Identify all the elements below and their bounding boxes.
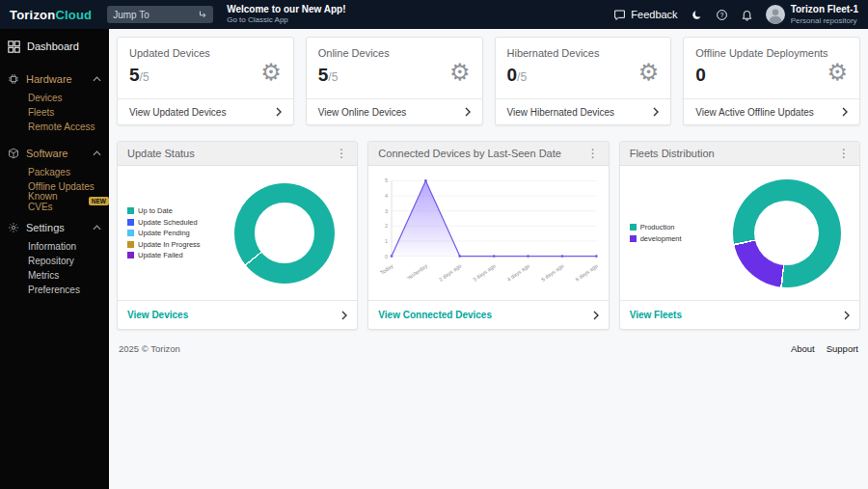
copyright-text: 2025 © Torizon: [119, 343, 180, 354]
feedback-button[interactable]: Feedback: [613, 9, 677, 21]
feedback-bubble-icon: [613, 9, 626, 21]
legend-swatch: [127, 241, 134, 248]
chevron-right-icon: [465, 107, 471, 117]
welcome-banner: Welcome to our New App! Go to Classic Ap…: [227, 4, 345, 25]
legend-swatch: [127, 207, 134, 214]
stat-card-offline-update-deployments: Offline Update Deployments 0 ⚙ View Acti…: [683, 37, 860, 125]
support-link[interactable]: Support: [827, 343, 858, 354]
stat-value-number: 0: [695, 65, 706, 85]
sidebar-item-devices[interactable]: Devices: [0, 91, 109, 105]
chevron-right-icon: [842, 107, 848, 117]
sidebar-item-label: Metrics: [28, 270, 59, 281]
chip-icon: [8, 73, 19, 85]
legend-swatch: [127, 219, 134, 226]
avatar: [766, 5, 785, 24]
sidebar-item-metrics[interactable]: Metrics: [0, 268, 109, 283]
view-connected-devices-link[interactable]: View Connected Devices: [368, 300, 608, 329]
jump-to-input[interactable]: [113, 10, 194, 20]
view-updated-devices-link[interactable]: View Updated Devices: [118, 98, 293, 124]
sidebar-item-label: Fleets: [28, 107, 54, 118]
svg-text:0: 0: [385, 254, 388, 259]
stat-card-top: Updated Devices 5/5 ⚙: [118, 38, 293, 98]
account-menu[interactable]: Torizon Fleet-1 Personal repository: [766, 4, 858, 25]
bell-icon: [741, 9, 753, 21]
donut-wrap: [212, 183, 357, 284]
legend-item: Production: [630, 223, 715, 231]
stat-cards-row: Updated Devices 5/5 ⚙ View Updated Devic…: [117, 37, 860, 125]
notifications-button[interactable]: [741, 9, 753, 21]
brand-logo[interactable]: TorizonCloud: [10, 8, 92, 22]
dark-mode-toggle[interactable]: [691, 9, 703, 21]
stat-card-top: Hibernated Devices 0/5 ⚙: [496, 38, 671, 98]
sidebar-section-label: Software: [26, 148, 68, 159]
account-info: Torizon Fleet-1 Personal repository: [791, 4, 858, 25]
sidebar-item-known-cves[interactable]: Known CVEs NEW: [0, 194, 109, 208]
new-badge: NEW: [89, 197, 109, 205]
gear-icon: ⚙: [260, 61, 282, 84]
sidebar-section-settings-header[interactable]: Settings: [0, 216, 109, 239]
brand-torizon: Torizon: [10, 8, 55, 22]
update-status-chart-body: Up to DateUpdate ScheduledUpdate Pending…: [118, 166, 357, 300]
legend-item: Up to Date: [127, 206, 212, 215]
svg-text:5 days ago: 5 days ago: [540, 262, 564, 282]
chart-link-label: View Connected Devices: [378, 310, 492, 320]
gear-icon: ⚙: [449, 61, 471, 84]
about-link[interactable]: About: [791, 343, 815, 354]
svg-text:4: 4: [385, 193, 388, 199]
view-devices-link[interactable]: View Devices: [118, 300, 357, 329]
sidebar: Dashboard Hardware Devices Fleets Remote…: [0, 29, 109, 489]
donut-hole: [255, 203, 314, 262]
sidebar-item-fleets[interactable]: Fleets: [0, 105, 109, 120]
jump-to-search[interactable]: [107, 6, 213, 23]
fleets-legend: Productiondevelopment: [630, 221, 715, 246]
card-menu-icon[interactable]: ⋮: [587, 147, 599, 160]
chevron-right-icon: [844, 311, 850, 320]
sidebar-item-label: Devices: [28, 93, 63, 103]
chevron-right-icon: [341, 311, 347, 320]
sidebar-item-information[interactable]: Information: [0, 239, 109, 254]
stat-link-label: View Active Offline Updates: [695, 107, 813, 118]
enter-arrow-icon: [198, 10, 207, 19]
sidebar-item-packages[interactable]: Packages: [0, 165, 109, 179]
view-fleets-link[interactable]: View Fleets: [620, 300, 859, 329]
sidebar-item-label: Remote Access: [28, 122, 95, 132]
stat-link-label: View Updated Devices: [129, 107, 226, 118]
stat-card-online-devices: Online Devices 5/5 ⚙ View Online Devices: [306, 37, 483, 125]
sidebar-item-repository[interactable]: Repository: [0, 254, 109, 268]
donut-wrap: [715, 179, 859, 287]
chart-card-header: Connected Devices by Last-Seen Date ⋮: [368, 142, 608, 166]
stat-card-title: Updated Devices: [129, 47, 282, 59]
card-menu-icon[interactable]: ⋮: [336, 147, 347, 160]
legend-label: Up to Date: [138, 206, 173, 215]
svg-text:Yesterday: Yesterday: [406, 262, 429, 281]
svg-text:3 days ago: 3 days ago: [473, 262, 497, 282]
sidebar-item-dashboard[interactable]: Dashboard: [0, 33, 109, 60]
chart-card-title: Update Status: [127, 148, 195, 159]
help-button[interactable]: ?: [716, 9, 728, 21]
sidebar-item-label: Dashboard: [27, 41, 79, 52]
svg-text:6 days ago: 6 days ago: [575, 262, 599, 282]
stat-card-top: Online Devices 5/5 ⚙: [307, 38, 482, 98]
card-menu-icon[interactable]: ⋮: [838, 147, 850, 160]
stat-card-value: 0/5: [507, 65, 660, 86]
chart-card-title: Connected Devices by Last-Seen Date: [378, 148, 561, 159]
go-to-classic-app-link[interactable]: Go to Classic App: [227, 15, 345, 25]
stat-card-updated-devices: Updated Devices 5/5 ⚙ View Updated Devic…: [117, 37, 294, 125]
sidebar-section-hardware-header[interactable]: Hardware: [0, 68, 109, 91]
sidebar-item-preferences[interactable]: Preferences: [0, 283, 109, 297]
chevron-right-icon: [593, 311, 599, 320]
view-active-offline-updates-link[interactable]: View Active Offline Updates: [684, 98, 859, 124]
view-online-devices-link[interactable]: View Online Devices: [307, 98, 482, 124]
view-hibernated-devices-link[interactable]: View Hibernated Devices: [496, 98, 671, 124]
chart-link-label: View Fleets: [630, 310, 682, 320]
last-seen-line-chart: 012345TodayYesterday2 days ago3 days ago…: [372, 170, 604, 300]
stat-value-total: /5: [140, 70, 149, 84]
sidebar-section-software-header[interactable]: Software: [0, 142, 109, 165]
update-status-legend: Up to DateUpdate ScheduledUpdate Pending…: [127, 204, 212, 262]
legend-label: Update In Progress: [138, 240, 201, 249]
moon-icon: [691, 9, 703, 21]
gear-icon: ⚙: [638, 61, 660, 84]
sidebar-item-label: Known CVEs: [28, 191, 85, 212]
sidebar-item-remote-access[interactable]: Remote Access: [0, 120, 109, 134]
stat-card-value: 0: [695, 65, 848, 86]
